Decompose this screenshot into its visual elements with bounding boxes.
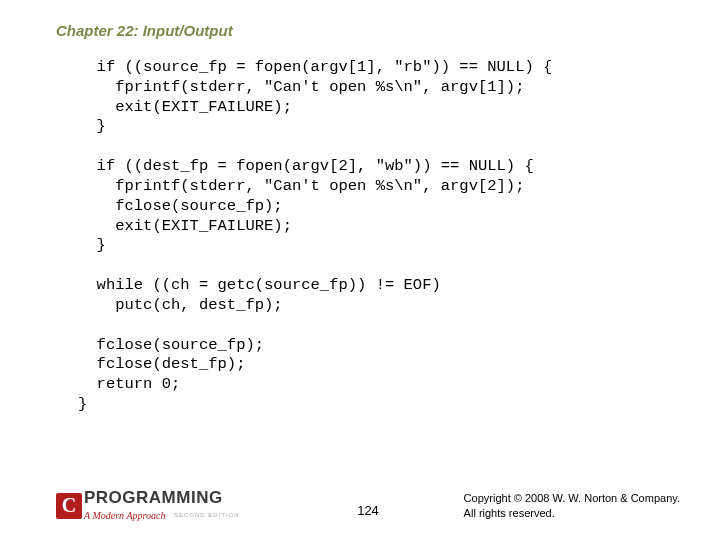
copyright-line-2: All rights reserved. [464,506,680,520]
logo-text: PROGRAMMING A Modern Approach SECOND EDI… [84,489,240,522]
page-number: 124 [357,503,379,518]
logo-c-icon: C [56,493,82,519]
slide-footer: C PROGRAMMING A Modern Approach SECOND E… [56,489,680,522]
chapter-title: Chapter 22: Input/Output [56,22,233,39]
copyright-line-1: Copyright © 2008 W. W. Norton & Company. [464,491,680,505]
logo-main-text: PROGRAMMING [84,489,240,506]
logo-subtitle: A Modern Approach [84,510,165,521]
book-logo: C PROGRAMMING A Modern Approach SECOND E… [56,489,240,522]
logo-edition: SECOND EDITION [174,512,240,518]
copyright-notice: Copyright © 2008 W. W. Norton & Company.… [464,491,680,520]
code-listing: if ((source_fp = fopen(argv[1], "rb")) =… [78,58,552,415]
